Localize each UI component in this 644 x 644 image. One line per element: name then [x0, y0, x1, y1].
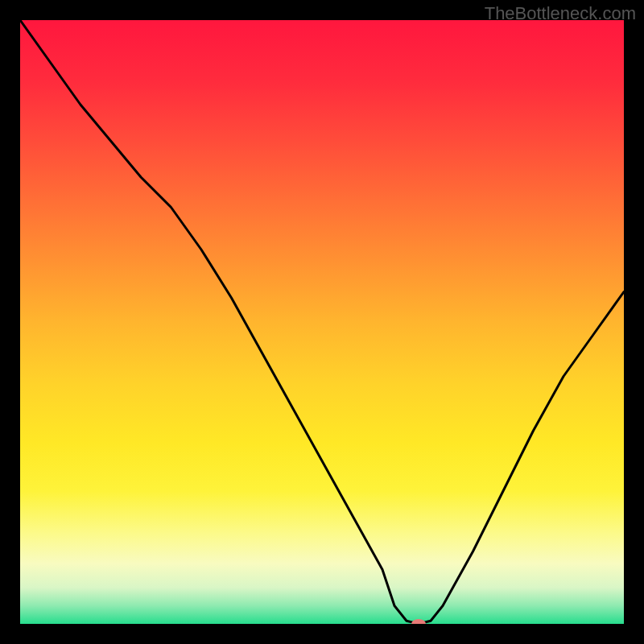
bottleneck-chart	[20, 20, 624, 624]
gradient-background	[20, 20, 624, 624]
watermark-text: TheBottleneck.com	[485, 3, 636, 24]
chart-svg	[20, 20, 624, 624]
